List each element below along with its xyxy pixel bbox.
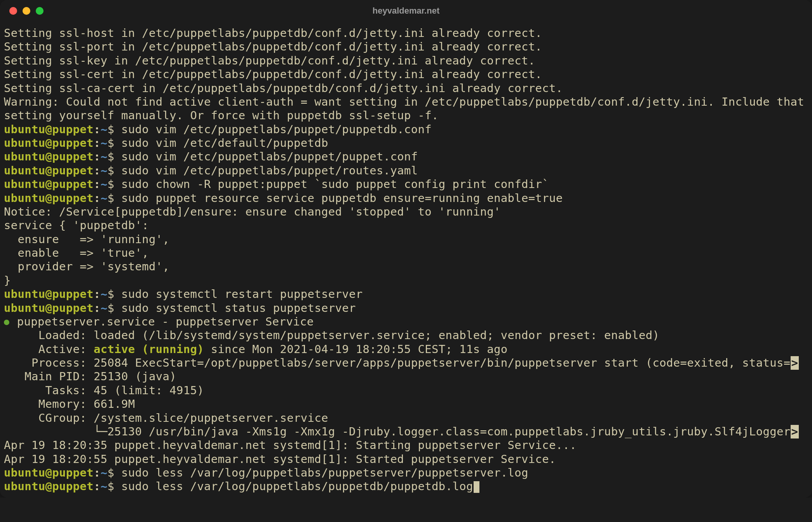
prompt-path: ~ — [101, 191, 108, 205]
output-text: Active: — [4, 343, 94, 356]
output-text — [4, 425, 94, 438]
prompt-end: $ — [107, 177, 121, 191]
command-text: sudo less /var/log/puppetlabs/puppetserv… — [121, 466, 528, 479]
prompt-user-host: ubuntu@puppet — [4, 150, 94, 163]
maximize-icon[interactable] — [36, 7, 44, 15]
prompt-end: $ — [107, 466, 121, 479]
output-text: service { 'puppetdb': — [4, 219, 149, 232]
prompt-separator: : — [94, 287, 101, 301]
prompt-separator: : — [94, 150, 101, 163]
tree-branch-icon: └─ — [94, 425, 108, 438]
output-text: Memory: 661.9M — [4, 397, 135, 411]
traffic-lights — [9, 7, 44, 15]
command-text: sudo puppet resource service puppetdb en… — [121, 191, 563, 205]
terminal-line: } — [4, 274, 808, 287]
terminal-line: Notice: /Service[puppetdb]/ensure: ensur… — [4, 205, 808, 219]
truncation-indicator: > — [791, 425, 799, 438]
terminal-line: Setting ssl-key in /etc/puppetlabs/puppe… — [4, 54, 808, 68]
output-text: Apr 19 18:20:55 puppet.heyvaldemar.net s… — [4, 452, 556, 466]
output-text: Apr 19 18:20:35 puppet.heyvaldemar.net s… — [4, 438, 577, 452]
prompt-separator: : — [94, 164, 101, 177]
prompt-end: $ — [107, 123, 121, 136]
prompt-end: $ — [107, 150, 121, 163]
terminal-line: Process: 25084 ExecStart=/opt/puppetlabs… — [4, 356, 808, 370]
prompt-path: ~ — [101, 466, 108, 479]
prompt-path: ~ — [101, 123, 108, 136]
terminal-line: ubuntu@puppet:~$ sudo systemctl status p… — [4, 301, 808, 315]
terminal-line: ubuntu@puppet:~$ sudo vim /etc/puppetlab… — [4, 123, 808, 136]
terminal-line: Tasks: 45 (limit: 4915) — [4, 384, 808, 397]
terminal-line: ensure => 'running', — [4, 233, 808, 246]
window-title: heyvaldemar.net — [9, 6, 803, 16]
prompt-user-host: ubuntu@puppet — [4, 301, 94, 315]
terminal-line: Setting ssl-ca-cert in /etc/puppetlabs/p… — [4, 82, 808, 95]
terminal-line: ubuntu@puppet:~$ sudo systemctl restart … — [4, 287, 808, 301]
terminal-line: ubuntu@puppet:~$ sudo vim /etc/puppetlab… — [4, 164, 808, 177]
prompt-separator: : — [94, 123, 101, 136]
terminal-line: Loaded: loaded (/lib/systemd/system/pupp… — [4, 329, 808, 342]
terminal-line: ubuntu@puppet:~$ sudo less /var/log/pupp… — [4, 466, 808, 480]
prompt-end: $ — [107, 301, 121, 315]
output-text: Warning: Could not find active client-au… — [4, 95, 811, 122]
terminal-line: service { 'puppetdb': — [4, 219, 808, 232]
prompt-user-host: ubuntu@puppet — [4, 123, 94, 136]
prompt-end: $ — [107, 287, 121, 301]
prompt-end: $ — [107, 164, 121, 177]
prompt-end: $ — [107, 136, 121, 150]
close-icon[interactable] — [9, 7, 17, 15]
terminal-line: puppetserver.service - puppetserver Serv… — [4, 315, 808, 329]
output-text: 25130 /usr/bin/java -Xms1g -Xmx1g -Djrub… — [107, 425, 790, 438]
title-bar: heyvaldemar.net — [0, 0, 812, 22]
prompt-path: ~ — [101, 150, 108, 163]
terminal-line: Setting ssl-port in /etc/puppetlabs/pupp… — [4, 40, 808, 54]
terminal-line: Apr 19 18:20:35 puppet.heyvaldemar.net s… — [4, 438, 808, 452]
status-active: active (running) — [94, 343, 204, 356]
terminal-content[interactable]: Setting ssl-host in /etc/puppetlabs/pupp… — [0, 22, 812, 498]
prompt-path: ~ — [101, 301, 108, 315]
prompt-separator: : — [94, 136, 101, 150]
command-text: sudo vim /etc/puppetlabs/puppet/puppetdb… — [121, 123, 432, 136]
cursor-icon — [474, 481, 479, 493]
prompt-user-host: ubuntu@puppet — [4, 466, 94, 479]
prompt-separator: : — [94, 191, 101, 205]
prompt-separator: : — [94, 466, 101, 479]
terminal-line: ubuntu@puppet:~$ sudo chown -R puppet:pu… — [4, 177, 808, 191]
prompt-user-host: ubuntu@puppet — [4, 287, 94, 301]
terminal-line: provider => 'systemd', — [4, 260, 808, 273]
command-text: sudo chown -R puppet:puppet `sudo puppet… — [121, 177, 549, 191]
terminal-line: Apr 19 18:20:55 puppet.heyvaldemar.net s… — [4, 452, 808, 466]
output-text: CGroup: /system.slice/puppetserver.servi… — [4, 411, 328, 425]
prompt-user-host: ubuntu@puppet — [4, 177, 94, 191]
terminal-window: heyvaldemar.net Setting ssl-host in /etc… — [0, 0, 812, 498]
output-text: enable => 'true', — [4, 246, 149, 259]
status-dot-icon — [4, 320, 9, 325]
output-text: Loaded: loaded (/lib/systemd/system/pupp… — [4, 329, 659, 342]
terminal-line: └─25130 /usr/bin/java -Xms1g -Xmx1g -Djr… — [4, 425, 808, 438]
terminal-line: Active: active (running) since Mon 2021-… — [4, 343, 808, 356]
terminal-line: CGroup: /system.slice/puppetserver.servi… — [4, 411, 808, 425]
output-text: Notice: /Service[puppetdb]/ensure: ensur… — [4, 205, 501, 218]
terminal-line: Memory: 661.9M — [4, 397, 808, 411]
output-text: Process: 25084 ExecStart=/opt/puppetlabs… — [4, 356, 791, 369]
terminal-line: ubuntu@puppet:~$ sudo vim /etc/puppetlab… — [4, 150, 808, 164]
output-text: puppetserver.service - puppetserver Serv… — [10, 315, 314, 328]
command-text: sudo vim /etc/puppetlabs/puppet/puppet.c… — [121, 150, 418, 163]
output-text: Main PID: 25130 (java) — [4, 370, 176, 383]
prompt-end: $ — [107, 480, 121, 493]
terminal-line: ubuntu@puppet:~$ sudo vim /etc/default/p… — [4, 136, 808, 150]
prompt-path: ~ — [101, 287, 108, 301]
output-text: Tasks: 45 (limit: 4915) — [4, 384, 204, 397]
output-text: } — [4, 274, 11, 287]
prompt-path: ~ — [101, 480, 108, 493]
prompt-user-host: ubuntu@puppet — [4, 191, 94, 205]
terminal-line: ubuntu@puppet:~$ sudo puppet resource se… — [4, 191, 808, 205]
output-text: Setting ssl-cert in /etc/puppetlabs/pupp… — [4, 68, 542, 81]
terminal-line: Main PID: 25130 (java) — [4, 370, 808, 383]
command-text: sudo vim /etc/default/puppetdb — [121, 136, 328, 150]
prompt-path: ~ — [101, 177, 108, 191]
prompt-user-host: ubuntu@puppet — [4, 480, 94, 493]
prompt-separator: : — [94, 301, 101, 315]
minimize-icon[interactable] — [23, 7, 30, 15]
output-text: Setting ssl-port in /etc/puppetlabs/pupp… — [4, 40, 542, 53]
prompt-user-host: ubuntu@puppet — [4, 136, 94, 150]
